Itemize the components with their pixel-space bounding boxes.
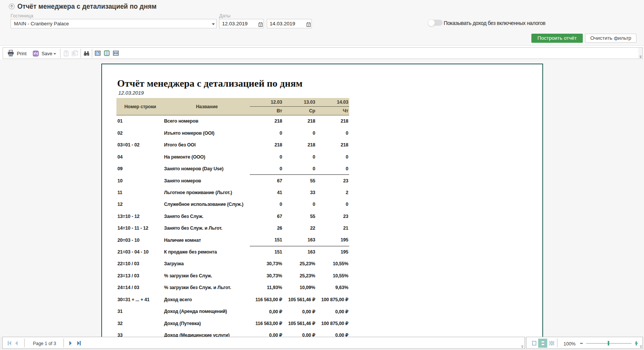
svg-text:?: ? — [65, 51, 67, 55]
svg-text:7: 7 — [260, 23, 262, 27]
svg-text:7: 7 — [308, 23, 310, 27]
